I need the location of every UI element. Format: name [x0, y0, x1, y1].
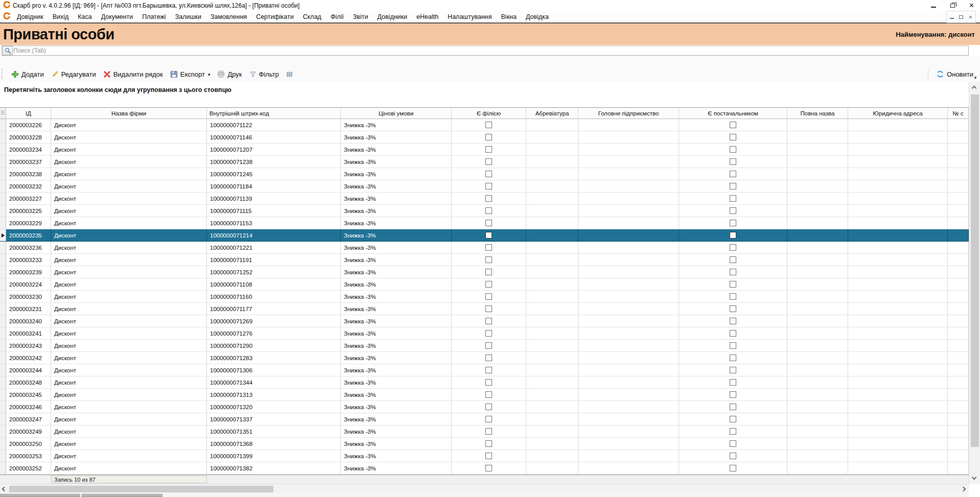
toolbar-grip-handle[interactable] — [2, 68, 4, 79]
column-header-id[interactable]: ІД — [6, 108, 51, 119]
is_branch-checkbox[interactable] — [485, 330, 492, 337]
table-row[interactable]: 2000003228Дисконт1000000071146Знижка -3% — [0, 131, 969, 144]
is_branch-checkbox[interactable] — [485, 367, 492, 373]
is_supplier-checkbox[interactable] — [730, 318, 736, 324]
table-row[interactable]: 2000003244Дисконт1000000071306Знижка -3% — [0, 364, 969, 376]
search-box[interactable] — [2, 45, 969, 56]
is_supplier-checkbox[interactable] — [730, 293, 736, 300]
close-icon[interactable] — [969, 1, 974, 10]
is_supplier-checkbox[interactable] — [730, 195, 736, 202]
edit-button[interactable]: Редагувати — [48, 69, 100, 79]
is_supplier-checkbox[interactable] — [730, 404, 736, 410]
mdi-close-icon[interactable] — [968, 12, 972, 21]
scroll-right-icon[interactable] — [961, 487, 966, 492]
table-row[interactable]: 2000003248Дисконт1000000071344Знижка -3% — [0, 376, 969, 389]
is_branch-checkbox[interactable] — [485, 391, 492, 398]
is_supplier-checkbox[interactable] — [730, 281, 736, 288]
is_branch-checkbox[interactable] — [485, 195, 492, 202]
is_supplier-checkbox[interactable] — [730, 428, 736, 435]
horizontal-scrollbar[interactable] — [0, 484, 969, 493]
menu-item-14[interactable]: Вікна — [497, 12, 521, 21]
is_supplier-checkbox[interactable] — [730, 416, 736, 422]
table-row[interactable]: 2000003227Дисконт1000000071139Знижка -3% — [0, 193, 969, 205]
is_branch-checkbox[interactable] — [485, 158, 492, 165]
menu-item-9[interactable]: Філії — [326, 12, 348, 21]
restore-icon[interactable] — [950, 4, 955, 8]
column-header-full_name[interactable]: Повна назва — [787, 108, 848, 119]
is_branch-checkbox[interactable] — [485, 428, 492, 435]
is_branch-checkbox[interactable] — [485, 342, 492, 349]
is_branch-checkbox[interactable] — [485, 122, 492, 128]
is_branch-checkbox[interactable] — [485, 256, 492, 263]
vertical-scroll-thumb[interactable] — [971, 94, 979, 447]
is_branch-checkbox[interactable] — [485, 134, 492, 140]
menu-item-11[interactable]: Довідники — [372, 12, 412, 21]
table-row[interactable]: 2000003252Дисконт1000000071382Знижка -3% — [0, 462, 969, 475]
is_branch-checkbox[interactable] — [485, 305, 492, 312]
table-row[interactable]: 2000003234Дисконт1000000071207Знижка -3% — [0, 144, 969, 156]
table-row[interactable]: 2000003232Дисконт1000000071184Знижка -3% — [0, 180, 969, 193]
table-row[interactable]: 2000003249Дисконт1000000071351Знижка -3% — [0, 425, 969, 438]
table-row[interactable]: 2000003247Дисконт1000000071337Знижка -3% — [0, 413, 969, 425]
table-row[interactable]: 2000003229Дисконт1000000071153Знижка -3% — [0, 217, 969, 229]
is_supplier-checkbox[interactable] — [730, 134, 736, 140]
toolbar-overflow-icon[interactable]: ▼ — [973, 76, 977, 80]
filter-button[interactable]: Фільтр — [246, 69, 283, 79]
menu-item-13[interactable]: Налаштування — [443, 12, 496, 21]
export-button[interactable]: Експорт▾ — [167, 69, 214, 79]
is_supplier-checkbox[interactable] — [730, 269, 736, 275]
delete-row-button[interactable]: Видалити рядок — [100, 69, 167, 79]
table-row[interactable]: 2000003236Дисконт1000000071221Знижка -3% — [0, 242, 969, 254]
menu-item-0[interactable]: Довідник — [12, 12, 48, 21]
is_supplier-checkbox[interactable] — [730, 379, 736, 386]
is_branch-checkbox[interactable] — [485, 465, 492, 471]
table-row[interactable]: 2000003231Дисконт1000000071177Знижка -3% — [0, 303, 969, 315]
is_supplier-checkbox[interactable] — [730, 342, 736, 349]
mdi-minimize-icon[interactable] — [950, 15, 954, 19]
is_branch-checkbox[interactable] — [485, 244, 492, 251]
table-row[interactable]: 2000003241Дисконт1000000071276Знижка -3% — [0, 327, 969, 340]
is_branch-checkbox[interactable] — [485, 281, 492, 288]
scroll-up-icon[interactable] — [972, 86, 977, 91]
is_supplier-checkbox[interactable] — [730, 122, 736, 128]
scroll-left-icon[interactable] — [2, 487, 7, 492]
is_branch-checkbox[interactable] — [485, 207, 492, 214]
column-header-company[interactable]: Назва фірми — [51, 108, 207, 119]
menu-item-5[interactable]: Залишки — [171, 12, 206, 21]
is_supplier-checkbox[interactable] — [730, 354, 736, 361]
is_branch-checkbox[interactable] — [485, 171, 492, 177]
is_supplier-checkbox[interactable] — [730, 453, 736, 459]
menu-item-10[interactable]: Звіти — [348, 12, 373, 21]
is_supplier-checkbox[interactable] — [730, 207, 736, 214]
menu-item-8[interactable]: Склад — [298, 12, 326, 21]
search-input[interactable] — [13, 46, 968, 55]
menu-item-1[interactable]: Вихід — [48, 12, 74, 21]
minimize-icon[interactable] — [931, 4, 936, 8]
menu-item-12[interactable]: eHealth — [412, 12, 443, 21]
table-row[interactable]: 2000003250Дисконт1000000071368Знижка -3% — [0, 438, 969, 450]
table-row[interactable]: 2000003226Дисконт1000000071122Знижка -3% — [0, 119, 969, 131]
is_supplier-checkbox[interactable] — [730, 330, 736, 337]
is_supplier-checkbox[interactable] — [730, 232, 736, 239]
is_supplier-checkbox[interactable] — [730, 171, 736, 177]
menu-item-15[interactable]: Довідка — [521, 12, 553, 21]
is_supplier-checkbox[interactable] — [730, 465, 736, 471]
column-header-cert_number[interactable]: № с — [948, 108, 969, 119]
is_branch-checkbox[interactable] — [485, 453, 492, 459]
group-by-panel[interactable]: Перетягніть заголовок колонки сюди для у… — [0, 82, 969, 107]
is_branch-checkbox[interactable] — [485, 440, 492, 447]
menu-item-4[interactable]: Платежі — [137, 12, 171, 21]
table-row[interactable]: 2000003239Дисконт1000000071252Знижка -3% — [0, 266, 969, 278]
is_supplier-checkbox[interactable] — [730, 367, 736, 373]
table-row[interactable]: 2000003237Дисконт1000000071238Знижка -3% — [0, 156, 969, 168]
menu-item-3[interactable]: Документи — [97, 12, 137, 21]
mdi-restore-icon[interactable] — [959, 15, 963, 19]
column-header-abbreviation[interactable]: Абревіатура — [526, 108, 578, 119]
is_supplier-checkbox[interactable] — [730, 440, 736, 447]
is_branch-checkbox[interactable] — [485, 416, 492, 422]
refresh-button[interactable]: Оновити — [932, 69, 977, 79]
is_supplier-checkbox[interactable] — [730, 220, 736, 226]
table-row[interactable]: 2000003225Дисконт1000000071115Знижка -3% — [0, 205, 969, 217]
vertical-scrollbar[interactable] — [969, 82, 980, 484]
scroll-down-icon[interactable] — [972, 475, 977, 480]
